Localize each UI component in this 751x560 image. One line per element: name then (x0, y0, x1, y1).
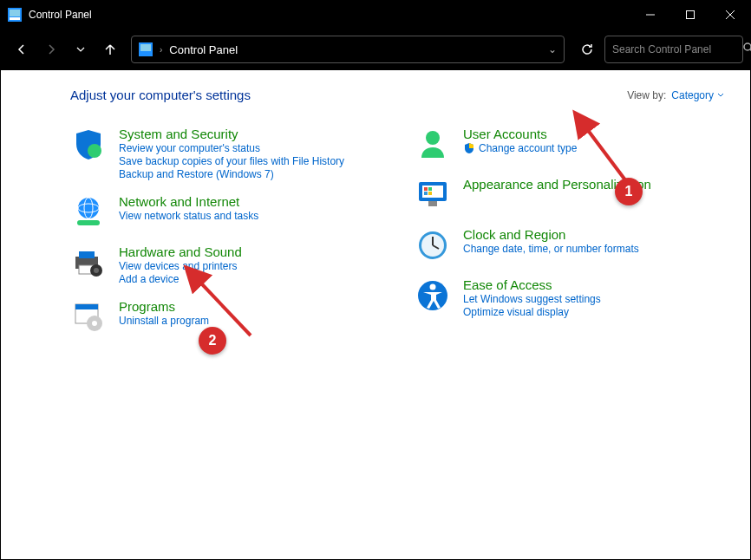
shield-icon (70, 127, 107, 163)
cat-programs: Programs Uninstall a program (70, 299, 380, 335)
svg-point-24 (92, 321, 97, 326)
window: Control Panel › Control Panel ⌄ Adjust y… (0, 0, 751, 560)
up-button[interactable] (96, 36, 124, 63)
address-bar[interactable]: › Control Panel ⌄ (131, 36, 565, 63)
cat-link[interactable]: Let Windows suggest settings (463, 293, 601, 305)
svg-rect-15 (77, 220, 100, 225)
svg-rect-8 (140, 44, 151, 51)
search-box[interactable] (604, 36, 743, 63)
minimize-button[interactable] (630, 1, 670, 29)
content-area: Adjust your computer's settings View by:… (1, 70, 750, 559)
close-button[interactable] (710, 1, 750, 29)
cat-user-accounts: User Accounts Change account type (415, 127, 724, 163)
refresh-button[interactable] (571, 36, 603, 63)
user-icon (415, 127, 451, 163)
maximize-button[interactable] (670, 1, 710, 29)
page-heading: Adjust your computer's settings (70, 88, 251, 102)
printer-icon (70, 244, 107, 281)
forward-button[interactable] (37, 36, 65, 63)
svg-rect-4 (687, 11, 695, 19)
cat-link[interactable]: Change account type (463, 142, 577, 154)
svg-rect-30 (424, 192, 428, 195)
cat-title[interactable]: Ease of Access (463, 277, 601, 292)
chevron-down-icon (717, 92, 724, 99)
svg-rect-29 (428, 187, 432, 191)
cat-title[interactable]: Hardware and Sound (119, 244, 242, 259)
accessibility-icon (415, 277, 451, 314)
svg-point-9 (744, 43, 751, 50)
cat-link[interactable]: Uninstall a program (119, 315, 209, 327)
svg-rect-17 (79, 251, 95, 258)
globe-icon (70, 194, 107, 231)
search-input[interactable] (612, 43, 742, 55)
viewby-label: View by: (627, 89, 666, 101)
svg-rect-31 (428, 192, 432, 195)
cat-title[interactable]: Programs (119, 299, 209, 314)
cat-link[interactable]: Optimize visual display (463, 306, 601, 318)
cat-title[interactable]: System and Security (119, 127, 344, 141)
left-column: System and Security Review your computer… (70, 127, 380, 335)
viewby-dropdown[interactable]: Category (671, 89, 724, 101)
window-title: Control Panel (29, 9, 92, 21)
cat-link[interactable]: Add a device (119, 273, 242, 285)
cat-ease-of-access: Ease of Access Let Windows suggest setti… (415, 277, 724, 318)
cat-link[interactable]: Backup and Restore (Windows 7) (119, 168, 344, 180)
svg-rect-1 (10, 10, 20, 16)
cat-title[interactable]: Appearance and Personalization (463, 177, 651, 192)
control-panel-icon (8, 8, 22, 22)
svg-rect-28 (424, 187, 428, 191)
cat-title[interactable]: Network and Internet (119, 194, 258, 209)
svg-point-25 (426, 131, 440, 145)
cat-network-internet: Network and Internet View network status… (70, 194, 380, 231)
recent-dropdown[interactable] (67, 36, 95, 63)
programs-icon (70, 299, 107, 335)
chevron-down-icon[interactable]: ⌄ (548, 43, 557, 55)
svg-point-38 (430, 284, 436, 290)
cat-clock-region: Clock and Region Change date, time, or n… (415, 227, 724, 264)
navbar: › Control Panel ⌄ (1, 29, 750, 70)
cat-appearance: Appearance and Personalization (415, 177, 724, 213)
cat-title[interactable]: User Accounts (463, 127, 577, 141)
back-button[interactable] (8, 36, 36, 63)
svg-point-20 (94, 268, 99, 273)
cat-link[interactable]: View devices and printers (119, 260, 242, 272)
control-panel-icon (139, 42, 153, 56)
breadcrumb-text[interactable]: Control Panel (169, 43, 238, 56)
viewby-value: Category (671, 89, 714, 101)
svg-point-12 (78, 198, 99, 218)
svg-rect-32 (428, 201, 437, 206)
chevron-right-icon: › (160, 45, 162, 55)
cat-link[interactable]: Change date, time, or number formats (463, 243, 639, 255)
monitor-icon (415, 177, 451, 213)
svg-rect-2 (10, 17, 20, 20)
svg-point-11 (88, 144, 101, 158)
titlebar: Control Panel (1, 1, 750, 29)
cat-hardware-sound: Hardware and Sound View devices and prin… (70, 244, 380, 285)
clock-icon (415, 227, 451, 264)
uac-shield-icon (463, 142, 475, 154)
cat-system-security: System and Security Review your computer… (70, 127, 380, 180)
cat-link[interactable]: View network status and tasks (119, 210, 258, 222)
search-icon (742, 42, 751, 57)
svg-rect-22 (75, 304, 98, 309)
cat-title[interactable]: Clock and Region (463, 227, 639, 242)
cat-link[interactable]: Save backup copies of your files with Fi… (119, 155, 344, 167)
right-column: User Accounts Change account type Appear… (415, 127, 724, 335)
cat-link[interactable]: Review your computer's status (119, 142, 344, 154)
